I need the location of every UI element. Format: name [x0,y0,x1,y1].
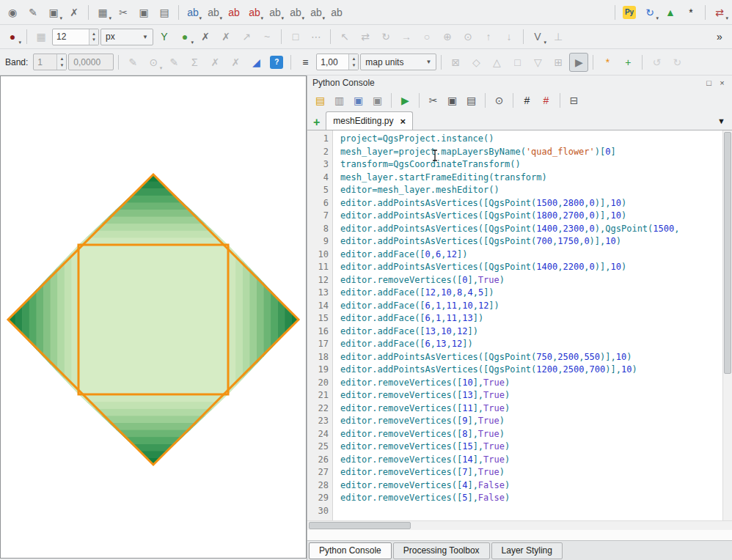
comment-icon[interactable]: # [519,92,535,108]
width-spinbox[interactable]: 1,00▲▼ [316,54,359,70]
paste-icon[interactable]: ▤ [463,92,480,108]
python-console-icon[interactable]: Py [620,3,639,22]
mesh-remove-faces-icon[interactable]: ✗ [226,53,245,72]
paste-style-icon[interactable]: ▤ [155,3,174,22]
topology-checker-icon[interactable]: ⇄▾ [710,3,729,22]
line-width-icon[interactable]: ≡ [296,53,315,72]
mesh-delaunay-icon[interactable]: ▽ [528,53,547,72]
start-mesh-editing-icon[interactable]: ▶ [569,53,588,72]
save-icon[interactable]: ▣ [350,92,367,108]
find-text-icon[interactable]: ⊙ [491,92,508,108]
copy-style-icon[interactable]: ▣ [134,3,153,22]
rotate-feature-icon[interactable]: ↻ [376,27,395,46]
tab-list-dropdown-icon[interactable]: ▼ [714,117,728,130]
tab-close-icon[interactable]: × [400,116,406,127]
vertical-scrollbar-thumb[interactable] [724,132,731,374]
style-manager-icon[interactable]: ●▾ [3,27,22,46]
object-inspector-icon[interactable]: ⊟ [566,92,582,108]
mesh-add-gear-icon[interactable]: + [618,53,637,72]
map-canvas[interactable] [0,75,307,559]
width-spinbox-arrows[interactable]: ▲▼ [348,54,358,70]
mesh-merge-faces-icon[interactable]: △ [487,53,506,72]
tracing-arrow-icon[interactable]: ↗ [237,27,256,46]
symbol-units-combo[interactable]: px▼ [100,29,153,45]
mesh-reindex-icon[interactable]: ⊠ [446,53,465,72]
layer-labeling-icon[interactable]: ab▾ [183,3,202,22]
label-move-icon[interactable]: ab▾ [266,3,285,22]
label-properties-icon[interactable]: ab [327,3,346,22]
horizontal-scrollbar-thumb[interactable] [309,522,411,529]
mesh-flip-edge-icon[interactable]: ◇ [466,53,486,72]
vertical-scrollbar[interactable] [722,130,732,520]
undo-icon[interactable]: ↺ [647,53,666,72]
simplify-feature-icon[interactable]: → [397,27,416,46]
diagram-options-icon[interactable]: ▦▾ [93,3,112,22]
save-as-icon[interactable]: ▣ [369,92,386,108]
mesh-select-polygon-icon[interactable]: ✎ [164,53,183,72]
form-annotation-icon[interactable]: ▣▾ [44,3,63,22]
label-pin-icon[interactable]: ab▾ [204,3,223,22]
symbol-size-spinbox[interactable]: 12▲▼ [52,29,99,45]
open-in-external-editor-icon[interactable]: ▥ [331,92,348,108]
mesh-help-icon[interactable]: ? [267,53,286,72]
mesh-options-gear-icon[interactable]: * [598,53,617,72]
elevation-export-icon[interactable]: ▲ [661,3,680,22]
toolbar-overflow-icon[interactable]: » [710,27,729,46]
symbol-size-spinbox-arrows[interactable]: ▲▼ [89,29,98,45]
run-script-icon[interactable]: ▶ [397,92,414,108]
delete-annotation-icon[interactable]: ✗ [65,3,84,22]
copy-icon[interactable]: ▣ [444,92,461,108]
undock-panel-icon[interactable]: □ [704,78,714,88]
cut-icon[interactable]: ✂ [425,92,442,108]
mesh-transform-icon[interactable]: Σ [185,53,204,72]
snapping-branch-icon[interactable]: Y [155,27,174,46]
split-features-icon[interactable]: ✂ [114,3,133,22]
copy-move-feature-icon[interactable]: ⇄ [356,27,375,46]
label-ellipse-icon[interactable]: ab▾ [245,3,264,22]
plugin-bug-icon[interactable]: * [681,3,700,22]
rectangle-extent-icon[interactable]: □ [286,27,305,46]
open-script-icon[interactable]: ▤ [312,92,329,108]
tab-mesh-editing-py[interactable]: meshEditing.py × [326,111,413,130]
fill-ring-icon[interactable]: ⊙ [458,27,477,46]
add-ring-icon[interactable]: ○ [417,27,436,46]
map-units-combo[interactable]: map units▼ [360,54,436,70]
bottom-tab-processing-toolbox[interactable]: Processing Toolbox [393,542,490,559]
mesh-select-icon[interactable]: ⊙▾ [144,53,163,72]
reshape-features-icon[interactable]: ↓ [499,27,519,46]
band-spinbox[interactable]: 1▲▼ [33,54,67,70]
more-shapes-icon[interactable]: ⋯ [307,27,326,46]
mesh-refine-icon[interactable]: ⊞ [549,53,568,72]
bottom-tab-python-console[interactable]: Python Console [309,542,392,559]
mesh-split-faces-icon[interactable]: □ [508,53,527,72]
close-panel-icon[interactable]: × [717,78,727,88]
refresh-map-icon[interactable]: ↻▾ [640,3,659,22]
horizontal-scrollbar[interactable] [307,520,732,530]
label-highlight-icon[interactable]: ab [224,3,244,22]
label-change-icon[interactable]: ab▾ [307,3,326,22]
new-tab-button[interactable]: + [311,117,322,130]
code-editor[interactable]: 1234567891011121314151617181920212223242… [307,130,732,520]
redo-icon[interactable]: ↻ [667,53,687,72]
topology-blob-icon[interactable]: ●▾ [175,27,194,46]
bottom-tab-layer-styling[interactable]: Layer Styling [491,542,563,559]
deselect-icon[interactable]: ✗ [196,27,215,46]
band-value-field[interactable]: 0,0000 [68,54,114,70]
deselect-all-icon[interactable]: ✗ [216,27,235,46]
code-lines[interactable]: project=QgsProject.instance()mesh_layer=… [333,130,732,520]
label-rotate-icon[interactable]: ab▾ [286,3,305,22]
band-spinbox-arrows[interactable]: ▲▼ [56,54,66,70]
mesh-force-by-lines-icon[interactable]: ◢ [246,53,266,72]
mesh-digitize-icon[interactable]: ✎ [123,53,142,72]
add-part-icon[interactable]: ⊕ [438,27,457,46]
new-annotation-icon[interactable]: ◉ [3,3,22,22]
text-annotation-icon[interactable]: ✎ [23,3,43,22]
move-feature-icon[interactable]: ↖ [335,27,354,46]
trim-extend-icon[interactable]: ⊥ [549,27,568,46]
uncomment-icon[interactable]: # [538,92,555,108]
current-edits-icon[interactable]: ▦ [32,27,51,46]
vertex-tool-icon[interactable]: V▾ [528,27,547,46]
offset-curve-icon[interactable]: ↑ [479,27,498,46]
mesh-remove-vertices-icon[interactable]: ✗ [205,53,224,72]
tracing-curve-icon[interactable]: ~ [257,27,277,46]
